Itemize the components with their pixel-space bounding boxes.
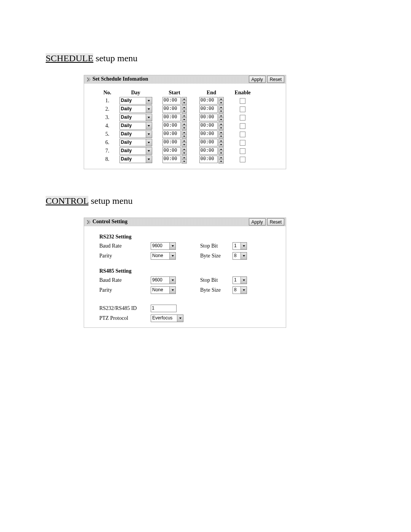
chevron-down-icon [146,106,152,113]
spinner-up-icon[interactable] [218,114,224,118]
end-spinner[interactable]: 00:00 [199,105,224,113]
spinner-down-icon[interactable] [218,126,224,130]
expand-arrow-icon [86,219,92,225]
start-spinner[interactable]: 00:00 [162,122,187,130]
day-select[interactable]: Daily [119,156,152,163]
schedule-reset-button[interactable]: Reset [267,76,284,83]
enable-checkbox[interactable] [240,132,245,137]
spinner-down-icon[interactable] [218,151,224,155]
spinner-down-icon[interactable] [218,143,224,147]
spinner-up-icon[interactable] [182,97,187,101]
spinner-up-icon[interactable] [182,114,187,118]
spinner-down-icon[interactable] [182,143,187,147]
rs485-bytesize-select[interactable]: 8 [233,286,247,294]
rs-id-label: RS232/RS485 ID [99,305,151,311]
rs-id-input[interactable]: 1 [151,305,177,312]
rs485-bytesize-label: Byte Size [200,287,233,293]
spinner-down-icon[interactable] [182,118,187,122]
start-spinner[interactable]: 00:00 [162,105,187,113]
control-reset-button[interactable]: Reset [267,218,284,226]
rs232-stopbit-select[interactable]: 1 [233,242,247,250]
day-select[interactable]: Daily [119,147,152,155]
spinner-down-icon[interactable] [182,126,187,130]
enable-checkbox[interactable] [240,123,245,129]
spinner-down-icon[interactable] [218,135,224,138]
spinner-down-icon[interactable] [182,151,187,155]
svg-marker-27 [183,144,185,145]
schedule-panel-title: Set Schedule Infomation [92,76,148,82]
end-spinner[interactable]: 00:00 [199,114,224,121]
end-spinner[interactable]: 00:00 [199,147,224,155]
chevron-down-icon [146,97,152,104]
day-select[interactable]: Daily [119,105,152,113]
start-spinner[interactable]: 00:00 [162,147,187,155]
rs232-section-title: RS232 Setting [99,234,252,240]
end-spinner[interactable]: 00:00 [199,122,224,130]
day-select[interactable]: Daily [119,130,152,138]
svg-marker-46 [172,289,174,291]
spinner-down-icon[interactable] [218,160,224,164]
day-select[interactable]: Daily [119,97,152,105]
spinner-down-icon[interactable] [218,110,224,113]
spinner-down-icon[interactable] [182,135,187,138]
end-spinner[interactable]: 00:00 [199,139,224,146]
spinner-up-icon[interactable] [218,97,224,101]
control-heading: CONTROL setup menu [46,196,365,206]
enable-checkbox[interactable] [240,98,245,104]
spinner-up-icon[interactable] [218,156,224,160]
svg-marker-32 [183,152,185,154]
spinner-up-icon[interactable] [218,139,224,143]
spinner-down-icon[interactable] [182,110,187,113]
end-spinner[interactable]: 00:00 [199,97,224,105]
enable-checkbox[interactable] [240,157,245,162]
spinner-up-icon[interactable] [182,122,187,126]
svg-marker-6 [183,107,185,108]
spinner-down-icon[interactable] [218,118,224,122]
control-apply-button[interactable]: Apply [249,218,266,226]
spinner-up-icon[interactable] [182,139,187,143]
enable-checkbox[interactable] [240,106,245,112]
spinner-up-icon[interactable] [218,122,224,126]
svg-marker-0 [148,100,150,102]
start-spinner[interactable]: 00:00 [162,130,187,138]
enable-checkbox[interactable] [240,140,245,146]
svg-marker-44 [172,279,174,281]
spinner-down-icon[interactable] [218,101,224,105]
start-spinner[interactable]: 00:00 [162,139,187,146]
end-spinner[interactable]: 00:00 [199,156,224,163]
spinner-up-icon[interactable] [182,156,187,160]
end-spinner[interactable]: 00:00 [199,130,224,138]
rs232-parity-select[interactable]: None [151,252,176,260]
spinner-up-icon[interactable] [182,147,187,151]
schedule-heading-rest: setup menu [96,53,137,63]
rs232-baud-select[interactable]: 9600 [151,242,176,250]
svg-marker-42 [172,255,174,257]
day-select[interactable]: Daily [119,122,152,130]
spinner-up-icon[interactable] [218,147,224,151]
schedule-panel-header: Set Schedule Infomation Apply Reset [84,75,286,84]
enable-checkbox[interactable] [240,148,245,154]
schedule-heading-keyword: SCHEDULE [46,53,93,63]
day-select[interactable]: Daily [119,114,152,121]
spinner-up-icon[interactable] [218,105,224,110]
rs485-stopbit-select[interactable]: 1 [233,276,247,284]
schedule-apply-button[interactable]: Apply [249,76,266,83]
spinner-up-icon[interactable] [218,130,224,135]
rs485-parity-select[interactable]: None [151,286,176,294]
start-spinner[interactable]: 00:00 [162,156,187,163]
chevron-down-icon [146,156,152,163]
ptz-protocol-select[interactable]: Everfocus [151,314,183,322]
chevron-down-icon [146,114,152,121]
svg-marker-4 [220,102,222,103]
start-spinner[interactable]: 00:00 [162,97,187,105]
spinner-down-icon[interactable] [182,160,187,164]
spinner-up-icon[interactable] [182,130,187,135]
rs485-baud-select[interactable]: 9600 [151,276,176,284]
spinner-down-icon[interactable] [182,101,187,105]
svg-marker-14 [220,119,222,120]
enable-checkbox[interactable] [240,115,245,121]
day-select[interactable]: Daily [119,139,152,146]
start-spinner[interactable]: 00:00 [162,114,187,121]
rs232-bytesize-select[interactable]: 8 [233,252,247,260]
spinner-up-icon[interactable] [182,105,187,110]
